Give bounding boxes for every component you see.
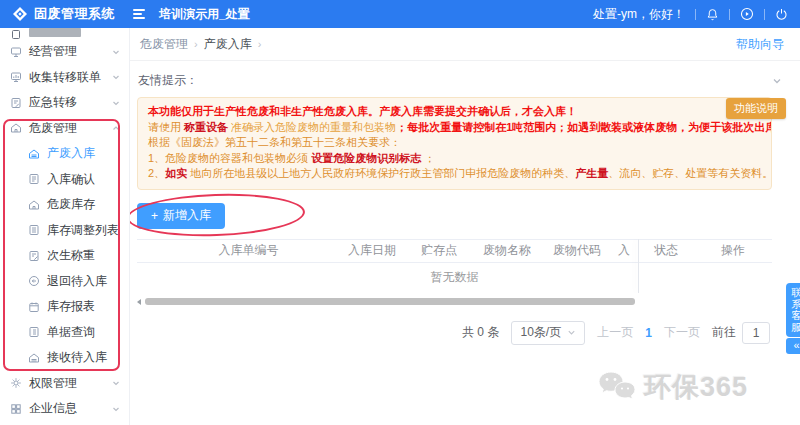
- sidebar-item-label: 退回待入库: [47, 273, 107, 290]
- divider: [764, 9, 765, 20]
- bell-icon[interactable]: [706, 8, 719, 21]
- sidebar-item-label: 库存报表: [47, 298, 95, 315]
- table-header[interactable]: 状态: [638, 242, 694, 259]
- help-wizard-link[interactable]: 帮助向导: [736, 36, 784, 53]
- tips-line-1: 本功能仅用于生产性危废和非生产性危废入库。产废入库需要提交并确认后，才会入库！: [148, 104, 761, 120]
- sidebar-item-partial[interactable]: [0, 28, 129, 39]
- chevron-down-icon: [112, 48, 120, 56]
- table-empty-row: 暂无数据: [137, 263, 772, 293]
- logo-diamond-icon: [12, 6, 28, 22]
- table-header[interactable]: 操作: [694, 242, 772, 259]
- tips-title: 友情提示：: [138, 72, 198, 89]
- tips-line-4: 1、危险废物的容器和包装物必须 设置危险废物识别标志 ；: [148, 151, 761, 167]
- scrollbar-thumb[interactable]: [145, 298, 635, 305]
- user-greeting[interactable]: 处置-ym，你好！: [593, 6, 685, 23]
- tips-warning-box: 本功能仅用于生产性危废和非生产性危废入库。产废入库需要提交并确认后，才会入库！ …: [137, 97, 772, 190]
- function-description-badge[interactable]: 功能说明: [726, 98, 786, 119]
- collapse-chevron-icon[interactable]: [772, 76, 782, 86]
- breadcrumb-separator: ›: [258, 38, 262, 50]
- sidebar-item-label: 产废入库: [47, 145, 95, 162]
- goto-page-input[interactable]: [742, 322, 770, 344]
- sidebar-item-return-pending[interactable]: 退回待入库: [0, 269, 129, 295]
- sidebar-item-stock-adjust-list[interactable]: 库存调整列表: [0, 218, 129, 244]
- collapse-contact-button[interactable]: «: [786, 338, 800, 354]
- video-play-icon[interactable]: [740, 7, 754, 21]
- next-page-button[interactable]: 下一页: [664, 324, 700, 341]
- toolbar: + 新增入库: [137, 203, 800, 229]
- inbound-table: 入库单编号 入库日期 贮存点 废物名称 废物代码 入 状态 操作 暂无数据: [137, 239, 772, 293]
- table-header[interactable]: 贮存点: [408, 242, 470, 259]
- sidebar-item-receive-pending[interactable]: 接收待入库: [0, 345, 129, 371]
- prev-page-button[interactable]: 上一页: [597, 324, 633, 341]
- fixed-column-divider: [638, 239, 639, 293]
- power-logout-icon[interactable]: [775, 8, 788, 21]
- sidebar-item-document-query[interactable]: 单据查询: [0, 320, 129, 346]
- sidebar-item-permission-mgmt[interactable]: 权限管理: [0, 371, 129, 397]
- page-size-value: 10条/页: [520, 324, 561, 341]
- horizontal-scrollbar: [137, 298, 772, 305]
- scrollbar-left-arrow-icon[interactable]: [137, 299, 141, 305]
- chevron-up-icon: [112, 124, 120, 132]
- app-title: 固废管理系统: [34, 5, 115, 23]
- topbar: 固废管理系统 培训演示用_处置 处置-ym，你好！: [0, 0, 800, 28]
- clipped-label: [29, 28, 81, 37]
- chevron-down-icon: [112, 73, 120, 81]
- sidebar-item-label: 经营管理: [29, 43, 77, 60]
- sidebar-item-business-mgmt[interactable]: 经营管理: [0, 39, 129, 65]
- table-header[interactable]: 入库单编号: [161, 242, 336, 259]
- active-workspace-tab[interactable]: 培训演示用_处置: [159, 6, 250, 23]
- goto-page: 前往: [712, 322, 770, 344]
- sidebar-item-waste-inbound[interactable]: 产废入库: [0, 141, 129, 167]
- chevron-down-icon: [112, 99, 120, 107]
- sidebar-item-stock-report[interactable]: 库存报表: [0, 294, 129, 320]
- table-header[interactable]: 入库日期: [336, 242, 408, 259]
- sidebar-item-label: 次生称重: [47, 247, 95, 264]
- divider: [729, 9, 730, 20]
- sidebar-item-label: 接收待入库: [47, 349, 107, 366]
- add-inbound-label: 新增入库: [163, 207, 211, 224]
- tips-line-2: 请使用 称重设备 准确录入危险废物的重量和包装物；每批次重量请控制在1吨范围内；…: [148, 120, 761, 136]
- empty-data-text: 暂无数据: [431, 269, 479, 286]
- table-header[interactable]: 废物名称: [470, 242, 544, 259]
- page-size-select[interactable]: 10条/页: [511, 321, 585, 345]
- chevron-down-icon: [567, 328, 576, 337]
- contact-service-button[interactable]: 联系客服: [786, 283, 800, 337]
- sidebar-item-hazwaste-mgmt[interactable]: 危废管理: [0, 116, 129, 142]
- sidebar-item-label: 库存调整列表: [47, 222, 119, 239]
- sidebar-item-label: 权限管理: [29, 375, 77, 392]
- chevron-down-icon: [112, 379, 120, 387]
- table-header[interactable]: 废物代码: [544, 242, 610, 259]
- breadcrumb-item[interactable]: 危废管理: [140, 36, 188, 53]
- table-header-row: 入库单编号 入库日期 贮存点 废物名称 废物代码 入 状态 操作: [137, 239, 772, 263]
- sidebar-item-label: 企业信息: [29, 400, 77, 417]
- sidebar-nav: 经营管理 收集转移联单 应急转移 危废管理 产废入库 入库确认 危废库存 库存调…: [0, 28, 130, 425]
- main-content: 危废管理 › 产废入库 › 帮助向导 友情提示： 本功能仅用于生产性危废和非生产…: [130, 28, 800, 425]
- breadcrumb-item-current[interactable]: 产废入库: [204, 36, 252, 53]
- watermark-chat-icon: [597, 370, 637, 404]
- app-logo[interactable]: 固废管理系统: [12, 5, 115, 23]
- pagination-total: 共 0 条: [462, 324, 499, 341]
- add-inbound-button[interactable]: + 新增入库: [137, 203, 225, 229]
- hamburger-menu-icon[interactable]: [133, 9, 145, 19]
- sidebar-item-label: 单据查询: [47, 324, 95, 341]
- sidebar-item-label: 收集转移联单: [29, 69, 101, 86]
- page-number-1[interactable]: 1: [645, 326, 652, 340]
- sidebar-item-enterprise-info[interactable]: 企业信息: [0, 396, 129, 422]
- watermark-text: 环保365: [644, 369, 748, 405]
- sidebar-item-label: 应急转移: [29, 94, 77, 111]
- table-header-truncated[interactable]: 入: [610, 242, 638, 259]
- sidebar-item-secondary-weighing[interactable]: 次生称重: [0, 243, 129, 269]
- chevron-down-icon: [112, 405, 120, 413]
- sidebar-item-hazwaste-stock[interactable]: 危废库存: [0, 192, 129, 218]
- sidebar-item-label: 危废管理: [29, 120, 77, 137]
- divider: [695, 9, 696, 20]
- sidebar-item-collection-manifest[interactable]: 收集转移联单: [0, 65, 129, 91]
- tips-header: 友情提示：: [130, 61, 800, 94]
- tips-line-5: 2、如实 地向所在地县级以上地方人民政府环境保护行政主管部门申报危险废物的种类、…: [148, 166, 761, 182]
- breadcrumb: 危废管理 › 产废入库 › 帮助向导: [130, 28, 800, 61]
- sidebar-item-label: 入库确认: [47, 171, 95, 188]
- tips-line-3: 根据《固废法》第五十二条和第五十三条相关要求：: [148, 135, 761, 151]
- sidebar-item-inbound-confirm[interactable]: 入库确认: [0, 167, 129, 193]
- sidebar-item-emergency-transfer[interactable]: 应急转移: [0, 90, 129, 116]
- watermark: 环保365: [597, 369, 748, 405]
